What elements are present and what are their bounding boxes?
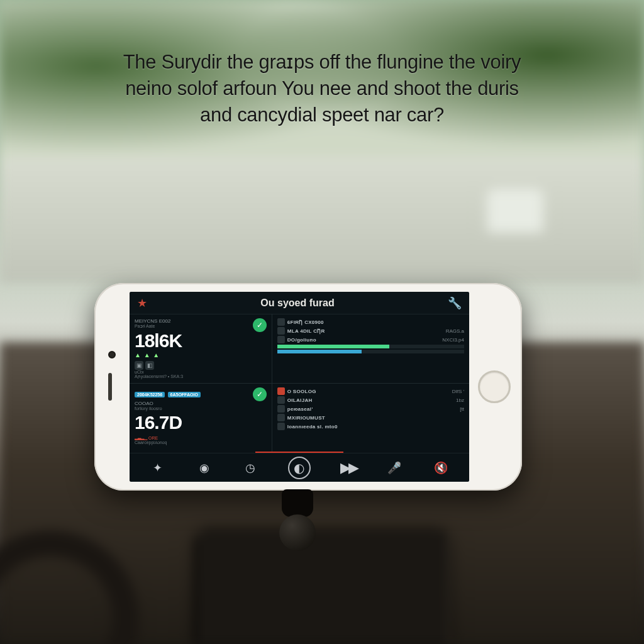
panel-foot: Aɲyolacensrmi? • SKA:3 [135, 374, 267, 379]
panel-sub: Paɔrł Aate [135, 324, 267, 329]
data-row: O SOOLOG DIfS ' [277, 387, 464, 395]
active-indicator [255, 452, 343, 453]
mini-icon[interactable]: ▣ [135, 361, 143, 370]
row-value: NXCI3.p4 [442, 337, 464, 343]
panel-value: 16.7D [135, 412, 267, 433]
data-row: MLA 4DIL CȠR RAGS.a [277, 327, 464, 335]
data-row: peюaseal' [tt [277, 405, 464, 413]
row-icon [277, 414, 285, 421]
row-icon [277, 327, 285, 335]
app-header: ★ Ou syoed furad 🔧 [130, 292, 469, 314]
voice-button[interactable]: 🎤 [386, 459, 403, 477]
row-value: [tt [460, 406, 464, 412]
panel-bottom-right[interactable]: O SOOLOG DIfS ' OILAlJAH 1bz peюaseal' [… [272, 384, 469, 453]
progress-bar [277, 350, 464, 353]
panel-label: COOAO [135, 401, 267, 406]
panel-value: 18l6K [135, 330, 267, 352]
row-value: 1bz [456, 397, 464, 403]
phone-front-camera [108, 351, 116, 358]
row-label: loannıeeda sl. mto0 [287, 424, 464, 430]
tag: 6A5OFFAOIO [168, 392, 201, 397]
progress-bar [277, 345, 464, 348]
headline-line-3: and cancydial speet nar car? [200, 104, 444, 126]
headline-line-2: neino solof arfoun You nee and shoot the… [125, 77, 519, 99]
row-value: DIfS ' [452, 389, 464, 394]
data-row: MXIRIOUMUST [277, 414, 464, 421]
phone-mount-arm [282, 489, 313, 517]
row-label: OILAlJAH [287, 397, 453, 403]
smartphone-device: ★ Ou syoed furad 🔧 MEiYcns e002 Paɔrł Aa… [94, 283, 522, 491]
row-label: 6FIRȠ CX0900 [287, 319, 462, 325]
camera-button[interactable]: ◉ [196, 459, 213, 477]
row-icon [277, 318, 285, 326]
row-label: O SOOLOG [287, 389, 450, 394]
share-button[interactable]: ✦ [149, 459, 167, 477]
check-badge-icon [253, 318, 267, 332]
tag: 2004K52256 [135, 392, 165, 397]
row-icon [277, 396, 285, 404]
row-icon [277, 423, 285, 430]
row-icon [277, 336, 285, 343]
row-value: RAGS.a [446, 328, 464, 334]
app-title: Ou syoed furad [260, 297, 334, 309]
arrow-indicators: ▲ ▲ ▲ [135, 352, 267, 358]
data-row: DO/goliuпo NXCI3.p4 [277, 336, 464, 343]
row-label: MLA 4DIL CȠR [287, 328, 443, 334]
app-toolbar: ✦ ◉ ◷ ◐ ▶▶ 🎤 🔇 [130, 453, 469, 482]
panel-top-right[interactable]: 6FIRȠ CX0900 MLA 4DIL CȠR RAGS.a DO/goli… [272, 314, 469, 384]
star-icon[interactable]: ★ [137, 296, 147, 310]
data-row: 6FIRȠ CX0900 [277, 318, 464, 326]
data-row: OILAlJAH 1bz [277, 396, 464, 404]
row-icon [277, 405, 285, 413]
row-label: DO/goliuпo [287, 337, 440, 343]
headline-line-1: The Surydir the graɪps off the flungine … [123, 51, 521, 73]
fast-forward-button[interactable]: ▶▶ [340, 459, 357, 477]
mute-button[interactable]: 🔇 [432, 459, 450, 477]
wrench-icon[interactable]: 🔧 [448, 296, 462, 310]
microphone-button[interactable]: ◐ [288, 457, 311, 479]
panel-sub: forliory iloosro [135, 406, 267, 411]
dashboard-grid: MEiYcns e002 Paɔrł Aate 18l6K ▲ ▲ ▲ ▣ ◧ … [130, 314, 469, 453]
shield-badge-icon [253, 387, 267, 401]
row-label: MXIRIOUMUST [287, 415, 464, 421]
row-icon [277, 387, 285, 395]
panel-label: MEiYcns e002 [135, 318, 267, 324]
home-button[interactable] [478, 370, 511, 403]
mini-icon[interactable]: ◧ [145, 361, 154, 370]
panel-top-left[interactable]: MEiYcns e002 Paɔrł Aate 18l6K ▲ ▲ ▲ ▣ ◧ … [130, 314, 272, 384]
phone-speaker [108, 373, 112, 401]
panel-extra: uCbı [135, 370, 267, 374]
mini-icon-row: ▣ ◧ [135, 361, 267, 370]
row-label: peюaseal' [287, 406, 458, 412]
gauge-button[interactable]: ◷ [242, 459, 259, 477]
phone-mount-ball [279, 514, 316, 551]
headline-text: The Surydir the graɪps off the flungine … [44, 49, 600, 128]
phone-screen: ★ Ou syoed furad 🔧 MEiYcns e002 Paɔrł Aa… [130, 292, 469, 482]
data-row: loannıeeda sl. mto0 [277, 423, 464, 430]
warning-indicator: ▂▃▂▁ ORE [135, 435, 267, 440]
panel-foot: Caarceppi⅄onoq [135, 440, 267, 445]
panel-bottom-left[interactable]: 2004K52256 6A5OFFAOIO COOAO forliory ilo… [130, 384, 272, 453]
